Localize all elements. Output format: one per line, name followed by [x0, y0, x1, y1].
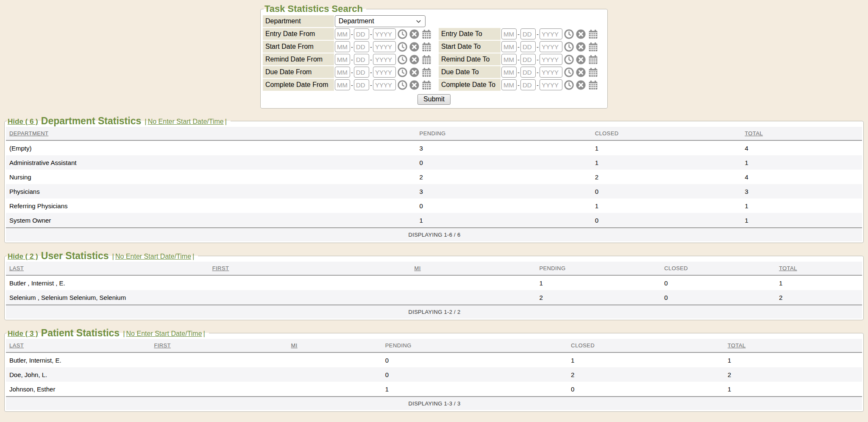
month-input[interactable]: [335, 79, 350, 90]
clock-icon[interactable]: [564, 42, 574, 52]
column-header-total-link[interactable]: TOTAL: [745, 130, 763, 137]
year-input[interactable]: [540, 28, 562, 39]
no-enter-start-date-link[interactable]: No Enter Start Date/Time: [115, 253, 191, 260]
calendar-icon[interactable]: [588, 67, 598, 78]
patient-statistics-section: Hide ( 3 )Patient Statistics|No Enter St…: [4, 327, 864, 412]
clear-icon[interactable]: [576, 29, 586, 39]
year-input[interactable]: [373, 54, 396, 65]
hide-link[interactable]: Hide ( 2 ): [8, 252, 38, 260]
year-input[interactable]: [540, 54, 562, 65]
clear-icon[interactable]: [409, 67, 420, 78]
day-input[interactable]: [354, 28, 369, 39]
separator: |: [112, 252, 114, 260]
month-input[interactable]: [335, 67, 350, 78]
calendar-icon[interactable]: [588, 80, 598, 90]
day-input[interactable]: [354, 79, 369, 90]
day-input[interactable]: [520, 54, 536, 65]
clock-icon[interactable]: [564, 80, 574, 90]
no-enter-start-date-link[interactable]: No Enter Start Date/Time: [148, 118, 224, 125]
column-header-closed: CLOSED: [568, 339, 725, 352]
clock-icon[interactable]: [564, 54, 574, 65]
day-input[interactable]: [520, 28, 536, 39]
column-header-total-link[interactable]: TOTAL: [779, 265, 797, 271]
column-header-department-link[interactable]: DEPARTMENT: [9, 130, 48, 137]
column-header-last-link[interactable]: LAST: [9, 342, 24, 349]
table-cell: 0: [662, 290, 776, 305]
month-input[interactable]: [501, 67, 517, 78]
column-header-last-link[interactable]: LAST: [9, 265, 24, 271]
year-input[interactable]: [540, 79, 562, 90]
year-input[interactable]: [373, 67, 396, 78]
month-input[interactable]: [501, 28, 517, 39]
clock-icon[interactable]: [397, 42, 408, 52]
clear-icon[interactable]: [409, 54, 420, 65]
column-header-first-link[interactable]: FIRST: [212, 265, 229, 271]
clear-icon[interactable]: [576, 80, 586, 90]
year-input[interactable]: [540, 41, 562, 52]
clear-icon[interactable]: [576, 42, 586, 52]
calendar-icon[interactable]: [421, 54, 432, 65]
column-header-first[interactable]: FIRST: [151, 339, 288, 352]
calendar-icon[interactable]: [421, 29, 432, 39]
clear-icon[interactable]: [409, 42, 420, 52]
department-select[interactable]: Department: [335, 15, 426, 27]
date-separator: -: [351, 43, 353, 50]
clock-icon[interactable]: [397, 54, 408, 65]
column-header-mi-link[interactable]: MI: [414, 265, 420, 271]
clear-icon[interactable]: [576, 67, 586, 78]
calendar-icon[interactable]: [588, 42, 598, 52]
clear-icon[interactable]: [409, 29, 420, 39]
column-header-mi[interactable]: MI: [412, 262, 537, 275]
calendar-icon[interactable]: [588, 54, 598, 65]
column-header-total[interactable]: TOTAL: [725, 339, 862, 352]
calendar-icon[interactable]: [588, 29, 598, 39]
day-input[interactable]: [520, 67, 536, 78]
column-header-mi[interactable]: MI: [289, 339, 383, 352]
separator: |: [203, 330, 205, 338]
day-input[interactable]: [354, 41, 369, 52]
column-header-mi-link[interactable]: MI: [291, 342, 298, 349]
column-header-first[interactable]: FIRST: [210, 262, 412, 275]
clock-icon[interactable]: [564, 67, 574, 78]
clock-icon[interactable]: [564, 29, 574, 39]
day-input[interactable]: [354, 54, 369, 65]
month-input[interactable]: [335, 28, 350, 39]
year-input[interactable]: [540, 67, 562, 78]
column-header-total[interactable]: TOTAL: [776, 262, 862, 275]
table-row: System Owner101: [6, 213, 862, 228]
month-input[interactable]: [335, 54, 350, 65]
day-input[interactable]: [520, 41, 536, 52]
year-input[interactable]: [373, 79, 396, 90]
date-to-label: Remind Date To: [439, 53, 501, 65]
no-enter-start-date-link[interactable]: No Enter Start Date/Time: [126, 330, 202, 337]
calendar-icon[interactable]: [421, 42, 432, 52]
calendar-icon[interactable]: [421, 67, 432, 78]
column-header-first-link[interactable]: FIRST: [154, 342, 171, 349]
section-title: User Statistics: [41, 250, 109, 261]
submit-button[interactable]: Submit: [417, 94, 451, 105]
clear-icon[interactable]: [576, 54, 586, 65]
date-separator: -: [370, 31, 372, 38]
clear-icon[interactable]: [409, 80, 420, 90]
hide-link[interactable]: Hide ( 3 ): [8, 330, 38, 338]
column-header-total[interactable]: TOTAL: [742, 127, 862, 140]
day-input[interactable]: [354, 67, 369, 78]
column-header-last[interactable]: LAST: [6, 262, 210, 275]
column-header-total-link[interactable]: TOTAL: [728, 342, 746, 349]
clock-icon[interactable]: [397, 29, 408, 39]
month-input[interactable]: [501, 41, 517, 52]
column-header-department[interactable]: DEPARTMENT: [6, 127, 417, 140]
column-header-last[interactable]: LAST: [6, 339, 151, 352]
month-input[interactable]: [501, 79, 517, 90]
hide-link[interactable]: Hide ( 6 ): [8, 117, 38, 126]
clock-icon[interactable]: [397, 80, 408, 90]
calendar-icon[interactable]: [421, 80, 432, 90]
month-input[interactable]: [335, 41, 350, 52]
day-input[interactable]: [520, 79, 536, 90]
section-title: Patient Statistics: [41, 327, 120, 338]
month-input[interactable]: [501, 54, 517, 65]
year-input[interactable]: [373, 41, 396, 52]
table-cell: [151, 352, 288, 367]
year-input[interactable]: [373, 28, 396, 39]
clock-icon[interactable]: [397, 67, 408, 78]
